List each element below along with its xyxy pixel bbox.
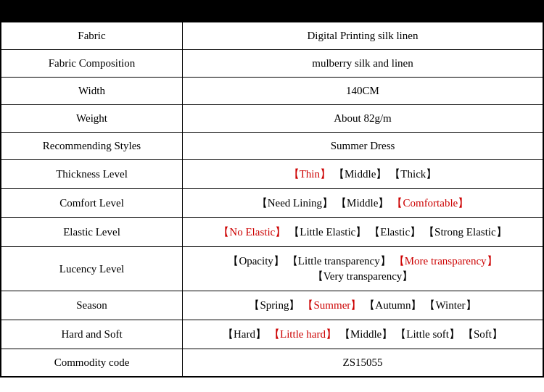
row-label: Season: [1, 291, 183, 320]
tag-item: 【Little hard】: [269, 328, 337, 341]
tag-item: 【Opacity】: [228, 254, 284, 268]
tag-item: 【Summer】: [302, 299, 361, 312]
table-row: WeightAbout 82g/m: [1, 104, 543, 132]
row-value: 140CM: [183, 78, 543, 104]
tag-item: 【Winter】: [424, 299, 476, 312]
row-value: 【Opacity】【Little transparency】【More tran…: [183, 247, 543, 291]
row-label: Recommending Styles: [1, 133, 183, 159]
row-label: Fabric Composition: [1, 50, 183, 77]
row-value: ZS15055: [183, 349, 543, 376]
tag-item: 【Need Lining】: [257, 196, 333, 210]
table-row: Fabric Compositionmulberry silk and line…: [1, 49, 543, 77]
row-value: Summer Dress: [183, 133, 543, 159]
row-label: Commodity code: [1, 349, 183, 376]
table-row: Commodity codeZS15055: [1, 349, 543, 376]
tag-item: 【Little transparency】: [287, 254, 391, 268]
row-label: Hard and Soft: [1, 320, 183, 349]
table-row: Comfort Level【Need Lining】【Middle】【Comfo…: [1, 188, 543, 217]
row-value: 【Need Lining】【Middle】【Comfortable】: [183, 189, 543, 217]
fabric-info-table: FabricDigital Printing silk linenFabric …: [0, 0, 544, 378]
tag-item: 【Strong Elastic】: [424, 225, 507, 239]
tag-item: 【Middle】: [336, 196, 389, 210]
row-value: 【Hard】【Little hard】【Middle】【Little soft】…: [183, 320, 543, 349]
table-row: FabricDigital Printing silk linen: [1, 22, 543, 49]
row-label: Elastic Level: [1, 218, 183, 246]
row-value: 【No Elastic】【Little Elastic】【Elastic】【St…: [183, 218, 543, 246]
table-row: Elastic Level【No Elastic】【Little Elastic…: [1, 217, 543, 246]
table-row: Thickness Level【Thin】【Middle】【Thick】: [1, 159, 543, 188]
row-label: Lucency Level: [1, 247, 183, 291]
row-value: mulberry silk and linen: [183, 50, 543, 77]
table-row: Width140CM: [1, 77, 543, 104]
tag-item: 【Spring】: [249, 299, 300, 312]
tag-item: 【Middle】: [339, 328, 392, 341]
tag-item: 【Autumn】: [364, 299, 421, 312]
tag-item: 【No Elastic】: [218, 225, 286, 239]
table-row: Recommending StylesSummer Dress: [1, 132, 543, 159]
table-row: Season【Spring】【Summer】【Autumn】【Winter】: [1, 291, 543, 320]
tag-item: 【Middle】: [334, 167, 387, 181]
row-label: Weight: [1, 105, 183, 132]
tag-item: 【Thin】: [289, 167, 331, 181]
tag-item: 【Very transparency】: [313, 270, 413, 283]
row-value: 【Thin】【Middle】【Thick】: [183, 160, 543, 188]
tag-item: 【Soft】: [463, 328, 503, 341]
row-label: Width: [1, 78, 183, 104]
tag-item: 【Elastic】: [369, 225, 421, 239]
tag-item: 【More transparency】: [394, 254, 498, 268]
tag-item: 【Hard】: [223, 328, 266, 341]
row-label: Fabric: [1, 22, 183, 49]
tag-item: 【Comfortable】: [392, 196, 469, 210]
row-value: 【Spring】【Summer】【Autumn】【Winter】: [183, 291, 543, 320]
row-value: About 82g/m: [183, 105, 543, 132]
table-row: Hard and Soft【Hard】【Little hard】【Middle】…: [1, 320, 543, 349]
tag-item: 【Little Elastic】: [289, 225, 366, 239]
tag-item: 【Thick】: [390, 167, 437, 181]
row-value: Digital Printing silk linen: [183, 22, 543, 49]
table-header: [1, 1, 543, 22]
table-row: Lucency Level【Opacity】【Little transparen…: [1, 246, 543, 291]
row-label: Thickness Level: [1, 160, 183, 188]
tag-item: 【Little soft】: [395, 328, 460, 341]
row-label: Comfort Level: [1, 189, 183, 217]
